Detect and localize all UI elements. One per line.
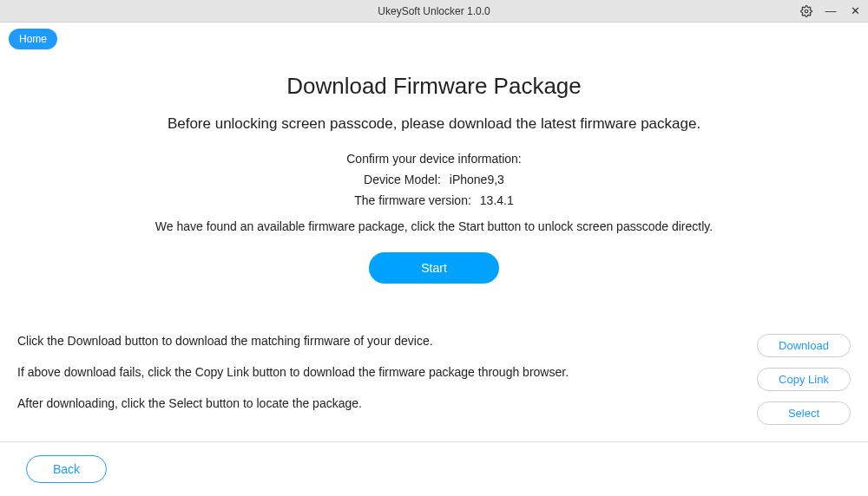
footer: Back — [0, 441, 868, 496]
instruction-line-3: After downloading, click the Select butt… — [17, 396, 569, 410]
instructions-section: Click the Download button to download th… — [0, 284, 868, 425]
start-button[interactable]: Start — [369, 252, 499, 284]
instructions-text: Click the Download button to download th… — [17, 334, 569, 425]
instruction-line-1: Click the Download button to download th… — [17, 334, 569, 348]
minimize-icon[interactable]: — — [823, 3, 838, 19]
settings-icon[interactable] — [799, 3, 814, 19]
firmware-label: The firmware version: — [354, 193, 471, 207]
page-subtitle: Before unlocking screen passcode, please… — [17, 115, 851, 133]
home-button[interactable]: Home — [9, 29, 57, 49]
close-icon[interactable]: ✕ — [847, 3, 863, 19]
download-button[interactable]: Download — [757, 334, 851, 357]
nav-bar: Home — [0, 23, 868, 55]
device-model-row: Device Model: iPhone9,3 — [17, 173, 851, 186]
select-button[interactable]: Select — [757, 401, 851, 425]
copy-link-button[interactable]: Copy Link — [757, 368, 851, 391]
main-content: Download Firmware Package Before unlocki… — [0, 55, 868, 284]
device-model-label: Device Model: — [364, 173, 441, 186]
instruction-line-2: If above download fails, click the Copy … — [17, 365, 569, 379]
confirm-label: Confirm your device information: — [17, 152, 851, 166]
page-title: Download Firmware Package — [17, 73, 851, 100]
back-button[interactable]: Back — [26, 455, 107, 483]
action-buttons: Download Copy Link Select — [757, 334, 851, 425]
found-text: We have found an available firmware pack… — [17, 219, 851, 233]
window-controls: — ✕ — [799, 3, 863, 19]
titlebar: UkeySoft Unlocker 1.0.0 — ✕ — [0, 0, 868, 23]
firmware-value: 13.4.1 — [480, 193, 514, 207]
window-title: UkeySoft Unlocker 1.0.0 — [378, 5, 490, 17]
device-model-value: iPhone9,3 — [450, 173, 504, 186]
svg-point-0 — [805, 10, 808, 13]
firmware-row: The firmware version: 13.4.1 — [17, 193, 851, 207]
